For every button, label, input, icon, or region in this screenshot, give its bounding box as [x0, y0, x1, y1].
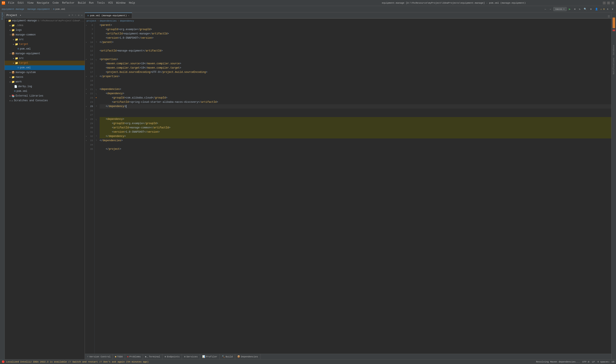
menu-navigate[interactable]: Navigate	[36, 1, 51, 5]
toolbar: equipment-manage › manage-equipment › m …	[0, 6, 616, 13]
tab-close-button[interactable]: ✕	[128, 14, 129, 17]
bc-dependency[interactable]: dependency	[120, 20, 134, 22]
code-line-6: <parent>	[100, 23, 611, 27]
app-icon: IJ	[2, 1, 5, 5]
menu-vcs[interactable]: VCS	[107, 1, 114, 5]
warning-indicator[interactable]: ⚠ 9	[600, 8, 605, 11]
editor-tabs-menu[interactable]: ☰	[606, 15, 611, 18]
code-editor[interactable]: <parent> <groupId>org.example</groupId> …	[98, 23, 611, 354]
locate-file-button[interactable]: ⊕	[68, 13, 70, 17]
run-button[interactable]: ▶	[568, 7, 572, 11]
menu-bar: File Edit View Navigate Code Refactor Bu…	[7, 1, 305, 5]
menu-build[interactable]: Build	[77, 1, 87, 5]
code-line-22: <dependency>	[100, 91, 611, 96]
status-position[interactable]: 4 spaces: 19	[597, 361, 614, 363]
update-button[interactable]: ↻	[578, 7, 582, 11]
sort-button[interactable]: ↕	[74, 13, 77, 17]
status-encoding[interactable]: UTF-8	[582, 361, 589, 363]
tree-manage-equipment-target[interactable]: ▶ 📁 target	[5, 61, 85, 65]
tree-manage-common-src[interactable]: ▶ 📁 src	[5, 37, 85, 42]
project-panel-title: Project	[6, 14, 17, 17]
minimize-button[interactable]: ─	[603, 1, 606, 4]
status-left: 🔴 Localized IntelliJ IDEA 2022.3 is avai…	[2, 360, 536, 363]
project-dropdown[interactable]: ▾	[20, 14, 21, 17]
breadcrumb-root[interactable]: equipment-manage	[2, 8, 24, 11]
code-line-16: <maven.compiler.target>19</maven.compile…	[100, 66, 611, 70]
maximize-button[interactable]: □	[607, 1, 610, 4]
menu-run[interactable]: Run	[88, 1, 95, 5]
close-button[interactable]: ✕	[611, 1, 614, 4]
bottom-tab-vcs[interactable]: ⑂ Version Control	[85, 354, 113, 359]
code-line-9: <version>1.0-SNAPSHOT</version>	[100, 36, 611, 40]
editor-tab-pom[interactable]: m pom.xml (manage-equipment) ✕	[85, 13, 132, 18]
hide-panel-button[interactable]: ✕	[80, 13, 83, 17]
menu-view[interactable]: View	[26, 1, 35, 5]
breadcrumb-file[interactable]: pom.xml	[55, 8, 65, 11]
project-tool-icon[interactable]: Project	[0, 13, 4, 17]
menu-help[interactable]: Help	[128, 1, 136, 5]
collapse-all-button[interactable]: ≡	[71, 13, 74, 17]
window-title: equipment-manage [D:\YhcResource\myProje…	[305, 2, 603, 4]
tree-manage-equipment-src[interactable]: ▶ 📁 src	[5, 56, 85, 61]
code-line-18: </properties>	[100, 74, 611, 78]
project-tree: ▾ 📁 equipment-manage D:\YhcResource\myPr…	[5, 18, 85, 359]
breadcrumb-module[interactable]: manage-equipment	[27, 8, 50, 11]
menu-refactor[interactable]: Refactor	[61, 1, 76, 5]
tree-manage-common-target[interactable]: ▶ 📁 target	[5, 42, 85, 47]
menu-code[interactable]: Code	[51, 1, 60, 5]
left-tool-strip: Project	[0, 13, 5, 359]
code-line-11	[100, 44, 611, 49]
error-indicator	[613, 29, 615, 31]
bc-dependencies[interactable]: dependencies	[100, 20, 117, 22]
notifications-panel-label[interactable]: Notifications	[613, 57, 615, 75]
tree-manage-equipment-pom[interactable]: ▶ m pom.xml	[5, 65, 85, 70]
title-bar: IJ File Edit View Navigate Code Refactor…	[0, 0, 616, 6]
search-button[interactable]: 🔍	[583, 7, 588, 11]
bottom-tab-dependencies[interactable]: 📦 Dependencies	[235, 354, 260, 359]
collapse-button[interactable]: ∨	[611, 7, 614, 11]
code-line-32: </dependency>	[100, 134, 611, 138]
tree-logs-folder[interactable]: ▶ 📁 logs	[5, 28, 85, 32]
menu-window[interactable]: Window	[115, 1, 127, 5]
tree-root[interactable]: ▾ 📁 equipment-manage D:\YhcResource\myPr…	[5, 18, 85, 23]
code-line-14: <properties>	[100, 57, 611, 62]
menu-file[interactable]: File	[7, 1, 16, 5]
back-button[interactable]: ←	[544, 7, 547, 11]
tree-derby-log[interactable]: ▶ 📄 derby.log	[5, 84, 85, 89]
line-numbers: ▾6 7 8 9 ▾10 11 12 13 ▾14 15 16 17 ▾18 1…	[85, 23, 94, 354]
code-line-31: <version>1.0-SNAPSHOT</version>	[100, 130, 611, 134]
bottom-tab-services[interactable]: ⚙ Services	[182, 354, 200, 359]
tree-manage-equipment[interactable]: ▾ 📦 manage-equipment	[5, 51, 85, 56]
avatar-button[interactable]: 👤	[594, 7, 599, 11]
tree-manage-common[interactable]: ▾ 📦 manage-common	[5, 32, 85, 37]
tree-manage-common-pom[interactable]: ▶ m pom.xml	[5, 47, 85, 51]
tree-scratches-consoles[interactable]: ▶ ✏️ Scratches and Consoles	[5, 98, 85, 103]
code-line-27	[100, 113, 611, 117]
database-panel-label[interactable]: Database	[613, 44, 615, 56]
bottom-tab-problems[interactable]: Problems	[125, 354, 143, 359]
tree-manage-system[interactable]: ▶ 📦 manage-system	[5, 70, 85, 75]
bottom-tab-todo[interactable]: TODO	[113, 354, 125, 359]
menu-tools[interactable]: Tools	[96, 1, 106, 5]
code-line-24: <artifactId>spring-cloud-starter-alibaba…	[100, 100, 611, 104]
status-line-sep[interactable]: LF	[592, 361, 595, 363]
tree-idea-folder[interactable]: ▶ 📁 .idea	[5, 23, 85, 28]
bottom-tab-profiler[interactable]: 📊 Profiler	[200, 354, 220, 359]
bottom-tab-endpoints[interactable]: ⊕ Endpoints	[162, 354, 182, 359]
tree-external-libraries[interactable]: ▶ 📚 External Libraries	[5, 93, 85, 98]
settings-button[interactable]: ⚙	[589, 7, 593, 11]
bottom-tab-terminal[interactable]: ▶_ Terminal	[143, 354, 162, 359]
tree-work[interactable]: ▶ 📁 work	[5, 79, 85, 84]
menu-edit[interactable]: Edit	[16, 1, 25, 5]
settings-gear-icon[interactable]: ⚙	[78, 13, 80, 17]
bottom-panel: ⑂ Version Control TODO Problems ▶_ Termi…	[85, 354, 611, 359]
tree-nacos[interactable]: ▶ 📁 nacos	[5, 75, 85, 79]
bc-project[interactable]: project	[87, 20, 96, 22]
build-button[interactable]: ⚙	[573, 7, 577, 11]
forward-button[interactable]: →	[549, 7, 552, 11]
nacos-config-button[interactable]: nacos ▾	[553, 7, 567, 11]
tree-root-pom[interactable]: ▶ m pom.xml	[5, 89, 85, 93]
bottom-tab-build[interactable]: 🔨 Build	[220, 354, 235, 359]
expand-button[interactable]: ∧	[606, 7, 610, 11]
project-tools: ⊕ ≡ ↕ ⚙ ✕	[68, 13, 83, 17]
